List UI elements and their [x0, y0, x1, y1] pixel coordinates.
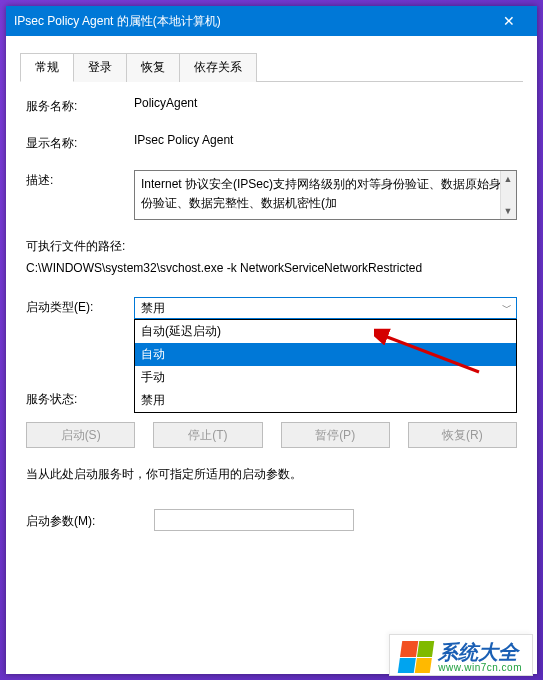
- scroll-down-icon[interactable]: ▼: [500, 203, 516, 219]
- tab-strip: 常规 登录 恢复 依存关系: [20, 52, 523, 82]
- close-icon[interactable]: ✕: [489, 13, 529, 29]
- resume-button[interactable]: 恢复(R): [408, 422, 517, 448]
- tab-logon[interactable]: 登录: [73, 53, 127, 82]
- label-description: 描述:: [26, 170, 134, 189]
- label-startup-type: 启动类型(E):: [26, 297, 134, 316]
- titlebar-title: IPsec Policy Agent 的属性(本地计算机): [14, 13, 489, 30]
- chevron-down-icon: ﹀: [502, 301, 512, 315]
- label-exe-path: 可执行文件的路径:: [26, 238, 517, 255]
- watermark-url: www.win7cn.com: [438, 662, 522, 673]
- value-service-name: PolicyAgent: [134, 96, 517, 110]
- value-exe-path: C:\WINDOWS\system32\svchost.exe -k Netwo…: [26, 261, 517, 275]
- label-start-params: 启动参数(M):: [26, 511, 154, 530]
- tab-dependencies[interactable]: 依存关系: [179, 53, 257, 82]
- tab-recovery[interactable]: 恢复: [126, 53, 180, 82]
- start-button[interactable]: 启动(S): [26, 422, 135, 448]
- startup-params-note: 当从此处启动服务时，你可指定所适用的启动参数。: [26, 466, 517, 483]
- description-textbox[interactable]: Internet 协议安全(IPSec)支持网络级别的对等身份验证、数据原始身份…: [134, 170, 517, 220]
- tab-general[interactable]: 常规: [20, 53, 74, 82]
- tab-content-general: 服务名称: PolicyAgent 显示名称: IPsec Policy Age…: [20, 82, 523, 531]
- startup-type-combobox[interactable]: 禁用 ﹀: [134, 297, 517, 319]
- label-service-name: 服务名称:: [26, 96, 134, 115]
- windows-logo-icon: [398, 641, 434, 673]
- startup-option-delayed[interactable]: 自动(延迟启动): [135, 320, 516, 343]
- label-display-name: 显示名称:: [26, 133, 134, 152]
- titlebar[interactable]: IPsec Policy Agent 的属性(本地计算机) ✕: [6, 6, 537, 36]
- scroll-up-icon[interactable]: ▲: [500, 171, 516, 187]
- startup-option-manual[interactable]: 手动: [135, 366, 516, 389]
- watermark: 系统大全 www.win7cn.com: [389, 634, 533, 676]
- startup-type-selected: 禁用: [141, 300, 165, 317]
- value-display-name: IPsec Policy Agent: [134, 133, 517, 147]
- stop-button[interactable]: 停止(T): [153, 422, 262, 448]
- label-service-status: 服务状态:: [26, 389, 134, 408]
- pause-button[interactable]: 暂停(P): [281, 422, 390, 448]
- startup-option-disabled[interactable]: 禁用: [135, 389, 516, 412]
- watermark-title: 系统大全: [438, 642, 522, 662]
- description-scrollbar[interactable]: ▲ ▼: [500, 171, 516, 219]
- start-params-input[interactable]: [154, 509, 354, 531]
- startup-type-dropdown: 自动(延迟启动) 自动 手动 禁用: [134, 319, 517, 413]
- startup-option-auto[interactable]: 自动: [135, 343, 516, 366]
- properties-dialog: IPsec Policy Agent 的属性(本地计算机) ✕ 常规 登录 恢复…: [6, 6, 537, 674]
- description-text: Internet 协议安全(IPSec)支持网络级别的对等身份验证、数据原始身份…: [141, 177, 501, 210]
- dialog-body: 常规 登录 恢复 依存关系 服务名称: PolicyAgent 显示名称: IP…: [6, 36, 537, 674]
